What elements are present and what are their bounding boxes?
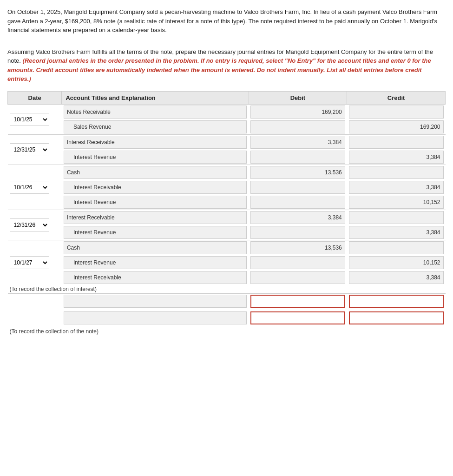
empty-debit-input-0[interactable] — [250, 295, 345, 308]
intro-paragraph1: On October 1, 2025, Marigold Equipment C… — [7, 7, 446, 35]
empty-credit-input-1[interactable] — [349, 311, 444, 324]
credit-input-group1-1[interactable] — [349, 120, 444, 133]
header-date: Date — [8, 91, 62, 104]
note-collection-note: (To record the collection of the note) — [8, 327, 446, 336]
credit-input-group2-0[interactable] — [349, 136, 444, 149]
account-input-group5-2[interactable] — [64, 271, 247, 284]
date-select-group3[interactable]: 10/1/26 — [10, 181, 49, 194]
empty-credit-input-0[interactable] — [349, 295, 444, 308]
debit-input-group1-1[interactable] — [250, 120, 345, 133]
debit-input-group3-1[interactable] — [250, 181, 345, 194]
credit-input-group3-2[interactable] — [349, 196, 444, 209]
credit-input-group5-0[interactable] — [349, 241, 444, 254]
credit-input-group3-0[interactable] — [349, 166, 444, 179]
debit-input-group4-1[interactable] — [250, 226, 345, 239]
debit-input-group4-0[interactable] — [250, 211, 345, 224]
debit-input-group1-0[interactable] — [250, 106, 345, 119]
account-input-group1-0[interactable] — [64, 106, 247, 119]
header-debit: Debit — [249, 91, 347, 104]
empty-debit-input-1[interactable] — [250, 311, 345, 324]
debit-input-group2-1[interactable] — [250, 151, 345, 164]
debit-input-group3-2[interactable] — [250, 196, 345, 209]
account-input-group4-0[interactable] — [64, 211, 247, 224]
note-row-note: (To record the collection of the note) — [8, 327, 446, 336]
date-select-group4[interactable]: 12/31/26 — [10, 218, 49, 231]
date-select-group1[interactable]: 10/1/25 — [10, 113, 49, 126]
date-select-group5[interactable]: 10/1/27 — [10, 256, 49, 269]
debit-input-group5-1[interactable] — [250, 256, 345, 269]
account-input-group3-1[interactable] — [64, 181, 247, 194]
credit-input-group5-2[interactable] — [349, 271, 444, 284]
journal-table: Date Account Titles and Explanation Debi… — [7, 91, 446, 336]
credit-input-group1-0[interactable] — [349, 106, 444, 119]
account-input-group5-1[interactable] — [64, 256, 247, 269]
account-input-group1-1[interactable] — [64, 120, 247, 133]
account-input-group4-1[interactable] — [64, 226, 247, 239]
instruction-red: (Record journal entries in the order pre… — [7, 57, 431, 82]
header-account: Account Titles and Explanation — [62, 91, 249, 104]
credit-input-group2-1[interactable] — [349, 151, 444, 164]
empty-account-input-1[interactable] — [64, 311, 247, 324]
debit-input-group5-2[interactable] — [250, 271, 345, 284]
credit-input-group4-0[interactable] — [349, 211, 444, 224]
credit-input-group5-1[interactable] — [349, 256, 444, 269]
account-input-group3-2[interactable] — [64, 196, 247, 209]
debit-input-group3-0[interactable] — [250, 166, 345, 179]
date-select-group2[interactable]: 12/31/25 — [10, 143, 49, 156]
credit-input-group3-1[interactable] — [349, 181, 444, 194]
header-credit: Credit — [347, 91, 446, 104]
debit-input-group5-0[interactable] — [250, 241, 345, 254]
credit-input-group4-1[interactable] — [349, 226, 444, 239]
empty-account-input-0[interactable] — [64, 295, 247, 308]
note-row-interest: (To record the collection of interest) — [8, 285, 446, 294]
account-input-group3-0[interactable] — [64, 166, 247, 179]
account-input-group2-0[interactable] — [64, 136, 247, 149]
account-input-group5-0[interactable] — [64, 241, 247, 254]
debit-input-group2-0[interactable] — [250, 136, 345, 149]
empty-row-0[interactable] — [8, 293, 446, 309]
account-input-group2-1[interactable] — [64, 151, 247, 164]
note-collection-interest: (To record the collection of interest) — [8, 285, 446, 294]
empty-row-1[interactable] — [8, 311, 446, 325]
instruction-paragraph: Assuming Valco Brothers Farm fulfills al… — [7, 47, 446, 84]
